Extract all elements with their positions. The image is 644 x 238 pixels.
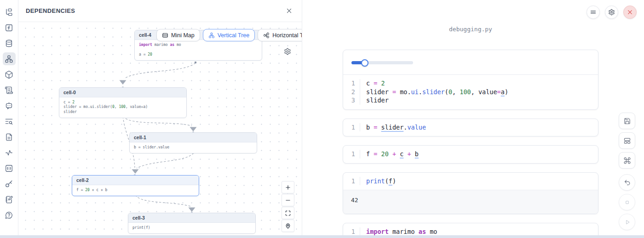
cell-output-slider <box>343 50 598 75</box>
zoom-out-icon <box>285 197 291 204</box>
view-button-label: Vertical Tree <box>218 32 249 39</box>
sidebar-item-scratchpad[interactable] <box>3 193 16 206</box>
graph-node-title: cell-0 <box>59 88 186 97</box>
undo-icon <box>623 179 631 187</box>
slider-handle[interactable] <box>361 59 368 67</box>
graph-node-title: cell-2 <box>72 176 199 185</box>
sidebar-item-logs[interactable] <box>3 84 16 96</box>
graph-node-cell-0[interactable]: cell-0c = 2slider = mo.ui.slider(0, 100,… <box>59 87 187 118</box>
sidebar-item-snippets[interactable] <box>3 162 16 175</box>
cell-output: 42 <box>343 190 598 214</box>
code-editor[interactable]: 1c = 22slider = mo.ui.slider(0, 100, val… <box>343 75 598 109</box>
notebook-area: debugging.py 1c = 22slider = mo.ui.slide… <box>302 0 644 238</box>
zoom-in-icon <box>285 184 291 191</box>
sidebar-item-function[interactable] <box>3 21 16 34</box>
dependency-graph-canvas[interactable]: Mini MapVertical TreeHorizontal Tree cel… <box>18 22 302 235</box>
sidebar-item-tracing[interactable] <box>3 146 16 159</box>
layout-icon <box>623 137 631 145</box>
dependencies-header: DEPENDENCIES <box>18 0 302 22</box>
notebook-cell-2[interactable]: 1f = 20 + c + b <box>343 145 598 164</box>
shutdown-icon <box>627 9 633 16</box>
sidebar-item-file-tree[interactable] <box>3 6 16 18</box>
code-line: slider = mo.ui.slider(0, 100, value=a) <box>360 88 598 96</box>
view-button-mini-map[interactable]: Mini Map <box>156 29 200 41</box>
settings-button[interactable] <box>605 6 618 19</box>
line-number: 1 <box>343 123 360 132</box>
stop-button[interactable] <box>619 194 635 210</box>
menu-icon <box>590 9 597 16</box>
graph-node-title: cell-1 <box>130 133 257 142</box>
line-number: 1 <box>343 177 360 186</box>
notebook-cell-0[interactable]: 1c = 22slider = mo.ui.slider(0, 100, val… <box>343 50 598 110</box>
graph-node-cell-1[interactable]: cell-1b = slider.value <box>129 132 257 153</box>
command-icon <box>623 157 631 164</box>
notebook-filename[interactable]: debugging.py <box>343 26 598 33</box>
graph-node-cell-3[interactable]: cell-3print(f) <box>128 213 256 234</box>
line-number: 2 <box>343 88 360 96</box>
save-button[interactable] <box>619 113 635 129</box>
minimap-icon <box>162 32 168 39</box>
shutdown-button[interactable] <box>623 6 637 19</box>
graph-node-code: import marimo as mo a = 20 <box>135 40 262 60</box>
code-line: print(f) <box>360 177 598 186</box>
sidebar-item-database[interactable] <box>3 37 16 50</box>
command-button[interactable] <box>619 152 635 169</box>
settings-icon <box>284 48 291 55</box>
ai-chat-icon <box>5 102 13 110</box>
layout-button[interactable] <box>619 132 635 149</box>
database-icon <box>5 39 13 48</box>
packages-icon <box>5 70 13 79</box>
fit-view-button[interactable] <box>282 207 294 219</box>
file-tree-icon <box>5 8 13 17</box>
graph-view-toolbar: Mini MapVertical TreeHorizontal Tree <box>156 29 302 41</box>
graph-node-code: f = 20 + c + b <box>72 185 199 196</box>
code-line: slider <box>360 96 598 105</box>
sidebar-item-search-list[interactable] <box>3 115 16 128</box>
line-number: 3 <box>343 96 360 105</box>
help-icon <box>5 211 13 220</box>
graph-node-code: c = 2slider = mo.ui.slider(0, 100, value… <box>59 97 186 118</box>
sidebar-item-ai-chat[interactable] <box>3 99 16 112</box>
line-number: 1 <box>343 227 360 236</box>
sidebar-item-secrets[interactable] <box>3 177 16 190</box>
sidebar-item-documentation[interactable] <box>3 130 16 143</box>
slider-track[interactable] <box>351 61 413 64</box>
graph-zoom-controls <box>282 181 294 232</box>
graph-settings-button[interactable] <box>282 46 293 57</box>
code-editor[interactable]: 1f = 20 + c + b <box>343 146 598 163</box>
notebook-cells: 1c = 22slider = mo.ui.slider(0, 100, val… <box>343 50 598 238</box>
center-view-icon <box>285 223 291 229</box>
documentation-icon <box>5 133 13 142</box>
dependencies-panel: DEPENDENCIES <box>18 0 302 238</box>
view-button-vertical-tree[interactable]: Vertical Tree <box>203 29 255 41</box>
graph-node-cell-2[interactable]: cell-2f = 20 + c + b <box>72 175 199 196</box>
run-icon <box>623 218 631 226</box>
activity-sidebar <box>0 0 18 238</box>
close-panel-button[interactable] <box>283 6 294 17</box>
zoom-out-button[interactable] <box>282 194 294 206</box>
undo-button[interactable] <box>619 174 635 191</box>
code-line: c = 2 <box>360 79 598 88</box>
tracing-icon <box>5 148 13 157</box>
code-line: import marimo as mo <box>360 227 598 236</box>
bottom-status-bar <box>0 235 644 238</box>
code-editor[interactable]: 1b = slider.value <box>343 119 598 136</box>
sidebar-item-packages[interactable] <box>3 68 16 81</box>
center-view-button[interactable] <box>282 220 294 232</box>
menu-button[interactable] <box>586 6 600 19</box>
graph-node-title: cell-3 <box>128 213 255 223</box>
view-button-horizontal-tree[interactable]: Horizontal Tree <box>258 29 302 41</box>
vertical-tree-icon <box>208 32 215 39</box>
notebook-cell-3[interactable]: 1print(f)42 <box>343 172 598 215</box>
settings-icon <box>608 9 615 16</box>
run-button[interactable] <box>619 214 635 230</box>
code-line: b = slider.value <box>360 123 598 132</box>
logs-icon <box>5 86 13 95</box>
zoom-in-button[interactable] <box>282 181 294 193</box>
graph-node-code: print(f) <box>128 223 255 233</box>
notebook-cell-1[interactable]: 1b = slider.value <box>343 119 598 137</box>
code-editor[interactable]: 1print(f) <box>343 173 598 190</box>
sidebar-item-dependency-graph[interactable] <box>3 52 16 65</box>
sidebar-item-help[interactable] <box>3 209 16 221</box>
dependency-graph-icon <box>5 55 13 63</box>
